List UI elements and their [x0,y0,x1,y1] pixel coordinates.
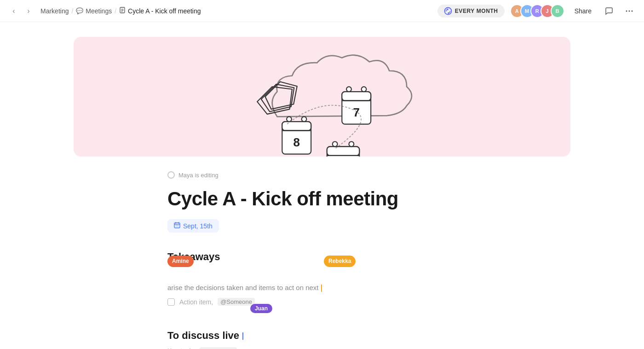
meetings-icon: 💬 [76,7,83,14]
amine-cursor-label: Amine [167,256,194,267]
mention-someone-tag[interactable]: @Someone [218,298,255,306]
checkbox-item: Action item, @Someone [167,298,477,306]
more-options-button[interactable] [622,4,637,18]
doc-icon [119,7,126,15]
breadcrumb: Marketing / 💬 Meetings / Cycle A - Kick … [40,7,201,15]
svg-text:8: 8 [293,135,300,149]
svg-point-6 [629,10,630,12]
takeaways-heading: Takeaways [167,251,477,263]
to-discuss-section: Juan To discuss live Key topic - @Someon… [167,317,477,349]
editing-dot-icon [167,171,175,179]
svg-point-24 [349,142,354,147]
action-item-label: Action item, [179,298,213,306]
breadcrumb-meetings[interactable]: 💬 Meetings [76,7,112,15]
svg-point-29 [177,226,178,227]
key-topic-line: Key topic - @Someone [167,347,477,349]
editing-status-text: Maya is editing [178,172,218,179]
hero-illustration: 7 8 13 [74,37,570,157]
forward-button[interactable]: › [22,5,35,17]
recurrence-badge[interactable]: EVERY MONTH [437,5,505,17]
calendar-icon [174,222,180,230]
topbar: ‹ › Marketing / 💬 Meetings / Cycle A - K… [0,0,644,22]
takeaways-body-text: arise the decisions taken and items to a… [167,284,322,291]
avatar-5[interactable]: B [551,4,564,18]
svg-point-7 [632,10,633,12]
svg-text:7: 7 [353,105,360,119]
nav-arrows: ‹ › [7,5,35,17]
svg-rect-26 [174,223,180,228]
svg-point-5 [626,10,627,12]
avatar-group: A M R J B [510,4,564,18]
takeaways-section: Takeaways Rebekka Amine arise the decisi… [167,251,477,306]
key-topic-mention[interactable]: @Someone [200,347,237,349]
recurrence-cycle-icon [444,7,452,15]
juan-cursor-label: Juan [250,304,272,313]
svg-rect-15 [282,122,311,131]
checkbox[interactable] [167,298,175,306]
back-button[interactable]: ‹ [7,5,20,17]
to-discuss-heading: Juan To discuss live [167,317,477,342]
svg-rect-21 [327,146,359,156]
breadcrumb-current: Cycle A - Kick off meeting [119,7,201,15]
svg-point-28 [176,226,177,227]
comment-icon[interactable] [602,4,616,18]
rebekka-cursor-line [321,285,322,292]
svg-point-23 [333,142,338,147]
document-area: Maya is editing Cycle A - Kick off meeti… [156,171,488,349]
rebekka-cursor-label: Rebekka [324,256,356,267]
juan-cursor-line [242,332,243,340]
svg-point-11 [346,87,351,92]
svg-point-12 [362,87,367,92]
svg-point-30 [178,226,179,227]
document-title: Cycle A - Kick off meeting [167,188,477,210]
key-topic-label: Key topic - [167,347,198,349]
main-content: 7 8 13 [0,22,644,349]
date-text: Sept, 15th [183,222,213,230]
svg-rect-9 [342,92,371,101]
breadcrumb-marketing[interactable]: Marketing [40,7,69,15]
takeaways-body: Rebekka Amine arise the decisions taken … [167,268,477,293]
hero-banner: 7 8 13 [74,37,570,157]
topbar-right: EVERY MONTH A M R J B Share [437,4,637,18]
svg-point-18 [302,116,307,122]
date-badge[interactable]: Sept, 15th [167,219,219,233]
share-button[interactable]: Share [570,5,596,17]
editing-status: Maya is editing [167,171,477,179]
